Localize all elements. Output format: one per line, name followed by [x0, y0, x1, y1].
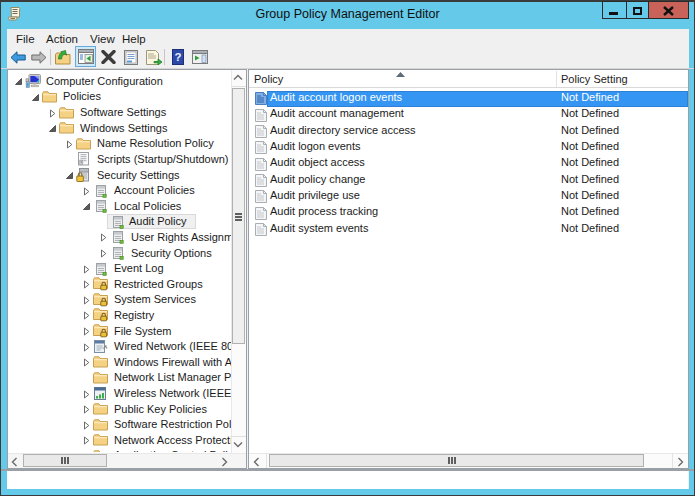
svg-text:?: ? [174, 51, 181, 63]
